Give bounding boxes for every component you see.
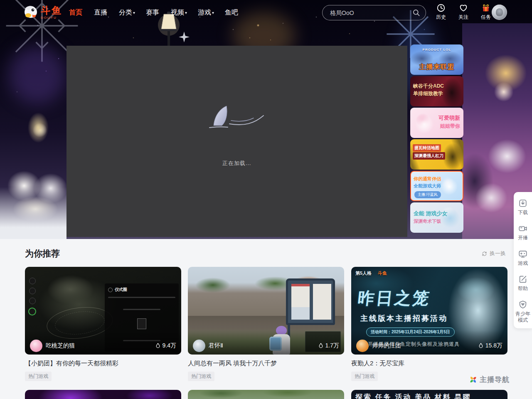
tool-label: 青少年模式 [515,311,531,323]
go-live-button[interactable]: 开播 [514,224,532,241]
game-ui-icon [29,278,36,284]
firework-glow [8,46,66,104]
banner-title: 主播来联盟 [410,63,463,71]
category-tag[interactable]: 热门游戏 [351,372,378,381]
banner-line1: 你的通宵伴侣 [414,176,441,182]
refresh-button[interactable]: 换一换 [481,250,506,257]
category-tag[interactable]: 热门游戏 [25,372,52,381]
game-dialog-icon [108,288,113,292]
tool-label: 游戏 [515,260,531,266]
loading-text: 正在加载… [222,160,251,167]
hot-flame-icon [478,342,484,349]
game-menu-text: 探索 任务 活动 美品 材料 昙曜 [355,392,471,399]
refresh-label: 换一换 [490,250,506,257]
nav-home[interactable]: 首页 [69,8,83,17]
search-input[interactable] [329,9,412,17]
refresh-icon [481,251,488,257]
download-button[interactable]: 下载 [514,199,532,216]
gift-icon [481,3,490,12]
nav-fishbar[interactable]: 鱼吧 [225,8,239,17]
game-ui-icon [29,298,36,304]
brand-name: 斗鱼 [41,6,62,15]
game-ui-icon [28,308,36,315]
player-loader: 正在加载… [208,104,266,167]
banner-teyvat-map[interactable]: 提瓦特活地图 深渊最强人杠刀 [410,139,463,170]
left-fade [0,187,66,239]
camera-icon [518,224,527,233]
stream-card: 第5人格 斗鱼 昨日之笼 主线版本主播招募活动 活动时间：2025年11月24日… [351,267,507,381]
stream-thumbnail[interactable]: 君怀Ⅱ 1.7万 [188,267,344,355]
follow-label: 关注 [458,14,468,21]
stream-title: 人间总有一两风 填我十万八千梦 [188,360,344,367]
user-avatar[interactable] [492,5,507,20]
banner-overnight-companion-selected[interactable]: 你的通宵伴侣 全能游戏大师 主播:玗蓝风 [410,171,463,201]
tool-label: 帮助 [515,286,531,292]
game-logo-text: 第5人格 [355,270,372,276]
clock-icon [436,3,446,12]
nav-esports[interactable]: 赛事 [146,8,160,17]
watermark-label: 主播导航 [480,375,510,384]
stream-card: 君怀Ⅱ 1.7万 人间总有一两风 填我十万八千梦 热门游戏 [188,267,344,381]
nav-games[interactable]: 游戏▾ [198,8,214,17]
category-tag[interactable]: 热门游戏 [188,372,214,381]
section-title: 为你推荐 [25,248,60,259]
banner-line1: 提瓦特活地图 [413,144,441,152]
anchor-navigation-watermark[interactable]: 主播导航 [469,375,510,384]
top-navigation-bar: 斗鱼 DOUYU 首页 直播 分类▾ 赛事 视频▾ 游戏▾ 鱼吧 [0,0,532,25]
tool-label: 下载 [515,209,531,216]
douyu-mini-logo: 斗鱼 [378,270,387,276]
stream-thumbnail-row2[interactable] [188,390,344,399]
help-button[interactable]: 帮助 [514,275,532,292]
event-subline: 主线版本主播招募活动 [360,313,448,323]
nav-videos[interactable]: 视频▾ [171,8,187,17]
heart-icon [459,3,468,12]
history-button[interactable]: 历史 [432,3,450,21]
banner-adc-teaching[interactable]: 峡谷千分ADC 单排细致教学 [410,76,463,106]
viewer-count: 15.8万 [478,342,502,350]
nav-categories[interactable]: 分类▾ [119,8,135,17]
banner-game-girl[interactable]: 全能 游戏少女 深渊奇术下饭 [410,202,463,233]
follow-button[interactable]: 关注 [455,3,472,21]
banner-cute-newbie[interactable]: 可爱萌新 姐姐带你 [410,108,463,138]
teen-shield-icon [518,300,527,309]
promo-banner-rail: PRODUCT LOL 主播来联盟 峡谷千分ADC 单排细致教学 可爱萌新 姐姐… [410,44,463,233]
search-box [322,5,426,20]
game-ui-icon [29,288,36,294]
douyu-homepage: 斗鱼 DOUYU 首页 直播 分类▾ 赛事 视频▾ 游戏▾ 鱼吧 [0,0,532,399]
banner-line2: 深渊奇术下饭 [414,218,441,224]
star-decoration [179,32,190,42]
viewer-count: 1.7万 [318,342,339,350]
item-slot [137,318,146,329]
douyu-shark-mascot-icon [22,5,39,20]
banner-line2: 姐姐带你 [440,123,460,130]
banner-line2: 单排细致教学 [413,90,443,97]
feedback-pencil-icon [518,275,527,284]
pinwheel-icon [469,375,478,384]
nav-live[interactable]: 直播 [94,8,108,17]
stream-thumbnail[interactable]: 仪式圈 吃桃芝的猫 9.4万 [25,267,181,355]
event-headline: 昨日之笼 [357,287,432,310]
game-center-button[interactable]: 游戏 [514,249,532,266]
text-line [123,309,160,310]
banner-anchor-league[interactable]: PRODUCT LOL 主播来联盟 [410,44,463,75]
stream-thumbnail-row2[interactable]: 探索 任务 活动 美品 材料 昙曜 [351,390,507,399]
thumbnail-footer: 帅帅的汪团 15.8万 [351,330,507,355]
thumbnail-footer: 君怀Ⅱ 1.7万 [188,330,344,355]
streamer-name: 君怀Ⅱ [209,342,318,350]
streamer-avatar[interactable] [193,340,205,352]
streamer-avatar[interactable] [30,340,42,352]
search-icon[interactable] [412,9,421,17]
teen-mode-button[interactable]: 青少年模式 [514,300,532,323]
shark-fin-loading-icon [208,104,266,130]
stream-thumbnail-row2[interactable] [25,390,181,399]
banner-line2: 深渊最强人杠刀 [413,152,445,160]
streamer-avatar[interactable] [356,340,369,352]
hot-flame-icon [318,342,324,349]
stream-title: 【小奶团】有你的每一天都很精彩 [25,360,181,367]
text-line [108,297,175,298]
streamer-name: 帅帅的汪团 [372,342,478,350]
bulletin-board-art [286,278,335,325]
topbar-actions: 历史 关注 任务 [432,3,495,21]
douyu-logo[interactable]: 斗鱼 DOUYU [22,5,62,20]
stream-thumbnail[interactable]: 第5人格 斗鱼 昨日之笼 主线版本主播招募活动 活动时间：2025年11月24日… [351,267,507,355]
